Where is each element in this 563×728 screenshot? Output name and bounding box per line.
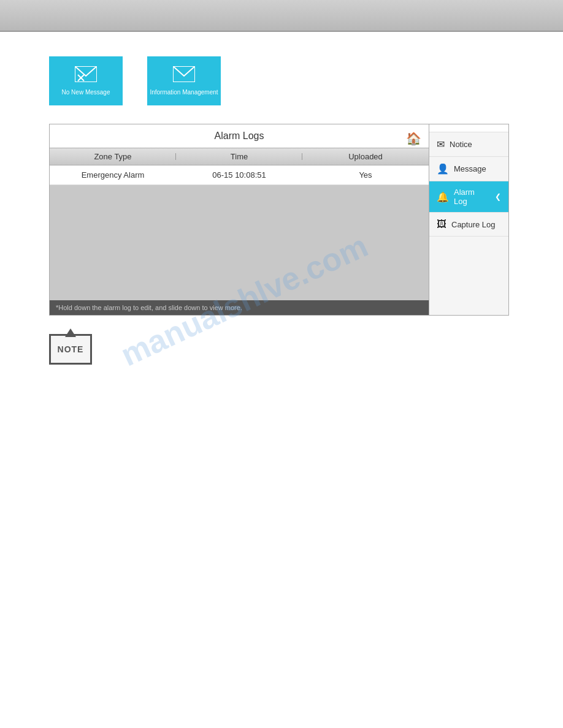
- notice-label: Notice: [450, 140, 472, 149]
- header-bar: [0, 0, 563, 32]
- alarm-footer: *Hold down the alarm log to edit, and sl…: [50, 300, 429, 315]
- cell-uploaded: Yes: [302, 170, 429, 180]
- alarm-table-header: Zone Type Time Uploaded: [50, 148, 429, 165]
- alarm-table-body: Emergency Alarm 06-15 10:08:51 Yes: [50, 165, 429, 300]
- no-new-message-tile[interactable]: No New Message: [49, 56, 123, 105]
- main-content: No New Message Information Management Al…: [0, 32, 563, 383]
- table-row: Emergency Alarm 06-15 10:08:51 Yes: [50, 165, 429, 185]
- sidebar-item-notice[interactable]: ✉ Notice: [429, 132, 508, 157]
- message-icon: 👤: [437, 163, 449, 175]
- sidebar-home-area: [429, 124, 508, 132]
- alarm-logs-title: Alarm Logs: [215, 131, 264, 141]
- home-button[interactable]: 🏠: [404, 129, 423, 148]
- capture-log-label: Capture Log: [451, 220, 496, 229]
- sidebar-item-message[interactable]: 👤 Message: [429, 157, 508, 181]
- note-icon: NOTE: [49, 334, 92, 365]
- message-label: Message: [454, 164, 486, 173]
- alarm-panel-wrapper: Alarm Logs 🏠 Zone Type Time Uploaded Eme…: [49, 124, 514, 316]
- cell-zone-type: Emergency Alarm: [50, 170, 176, 180]
- capture-log-icon: 🖼: [437, 219, 446, 230]
- note-section: NOTE: [49, 334, 514, 365]
- sidebar-item-capture-log[interactable]: 🖼 Capture Log: [429, 213, 508, 237]
- sidebar-menu: ✉ Notice 👤 Message 🔔 Alarm Log ❮ 🖼 Captu…: [429, 124, 509, 316]
- col-time: Time: [176, 152, 302, 161]
- notice-icon: ✉: [437, 138, 445, 150]
- active-arrow-icon: ❮: [495, 192, 501, 201]
- information-management-tile[interactable]: Information Management: [147, 56, 221, 105]
- information-management-label: Information Management: [150, 89, 218, 96]
- alarm-panel-title: Alarm Logs 🏠: [50, 124, 429, 148]
- icon-tiles-row: No New Message Information Management: [49, 56, 514, 105]
- alarm-log-icon: 🔔: [437, 191, 449, 203]
- cell-time: 06-15 10:08:51: [176, 170, 302, 180]
- note-label: NOTE: [58, 344, 84, 354]
- sidebar-item-alarm-log[interactable]: 🔔 Alarm Log ❮: [429, 181, 508, 213]
- envelope-icon-1: [75, 66, 97, 86]
- alarm-log-label: Alarm Log: [454, 188, 490, 206]
- col-uploaded: Uploaded: [302, 152, 429, 161]
- alarm-panel: Alarm Logs 🏠 Zone Type Time Uploaded Eme…: [49, 124, 429, 316]
- col-zone-type: Zone Type: [50, 152, 176, 161]
- no-new-message-label: No New Message: [62, 89, 110, 96]
- envelope-icon-2: [173, 66, 195, 86]
- note-pin: [65, 328, 76, 337]
